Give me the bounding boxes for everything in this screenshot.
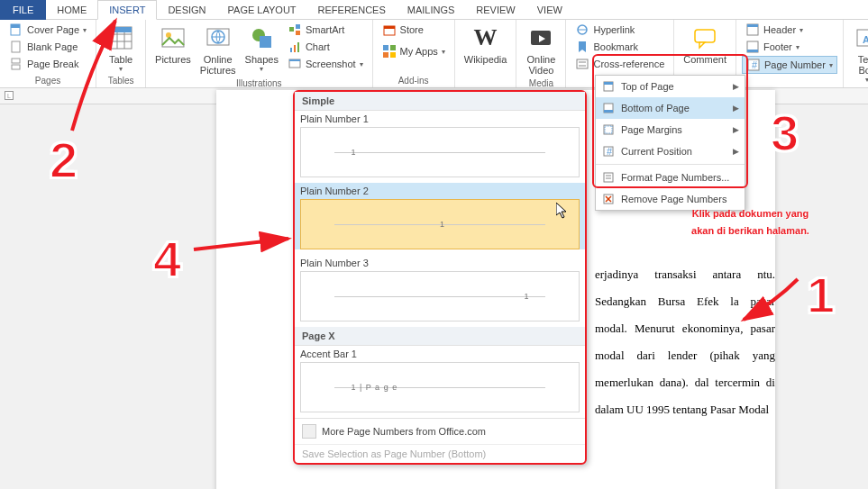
chart-label: Chart <box>306 41 330 52</box>
menu-format-page-numbers[interactable]: Format Page Numbers... <box>596 167 745 188</box>
tab-selector[interactable]: L <box>5 91 14 100</box>
online-pictures-button[interactable]: OnlinePictures <box>196 22 240 77</box>
svg-point-12 <box>166 32 171 38</box>
footer-button[interactable]: Footer ▾ <box>742 39 837 55</box>
pictures-button[interactable]: Pictures <box>151 22 195 77</box>
page-number-label: Page Number <box>764 59 826 70</box>
gallery-item-label: Plain Number 2 <box>295 183 585 199</box>
table-button[interactable]: Table▾ <box>102 22 140 75</box>
comment-icon <box>690 23 719 52</box>
tab-references[interactable]: REFERENCES <box>307 0 397 20</box>
dropdown-icon: ▾ <box>442 48 445 56</box>
gallery-item-plain1[interactable]: Plain Number 1 1 <box>295 111 585 177</box>
online-pictures-label: OnlinePictures <box>200 54 236 76</box>
textbox-label: TextBox <box>858 54 868 76</box>
svg-rect-44 <box>747 50 758 52</box>
svg-rect-57 <box>604 110 613 113</box>
comment-button[interactable]: Comment <box>680 22 730 67</box>
smartart-button[interactable]: SmartArt <box>284 22 367 38</box>
tab-pagelayout[interactable]: PAGE LAYOUT <box>217 0 307 20</box>
crossref-button[interactable]: Cross-reference <box>571 56 668 72</box>
wikipedia-icon: W <box>471 23 500 52</box>
online-pictures-icon <box>204 23 233 52</box>
tab-design[interactable]: DESIGN <box>157 0 216 20</box>
svg-rect-28 <box>383 45 388 50</box>
screenshot-button[interactable]: Screenshot ▾ <box>284 56 367 72</box>
tab-review[interactable]: REVIEW <box>465 0 525 20</box>
menu-page-margins[interactable]: Page Margins▶ <box>596 119 745 140</box>
group-text: ATextBox▾ Quick Parts ▾ AWordArt ▾ ADrop… <box>844 20 868 87</box>
menu-top-of-page[interactable]: Top of Page▶ <box>596 76 745 97</box>
menu-label: Top of Page <box>621 81 674 92</box>
menu-label: Page Margins <box>621 124 682 135</box>
store-button[interactable]: Store <box>379 22 449 38</box>
online-video-button[interactable]: OnlineVideo <box>522 22 560 77</box>
footer-icon <box>745 40 760 54</box>
svg-rect-23 <box>297 42 299 52</box>
blank-page-button[interactable]: Blank Page <box>5 39 90 55</box>
dropdown-icon: ▾ <box>83 26 87 34</box>
menu-bottom-of-page[interactable]: Bottom of Page▶ <box>596 97 745 119</box>
page-break-icon <box>9 57 23 71</box>
shapes-icon <box>247 23 276 52</box>
chart-button[interactable]: Chart <box>284 39 367 55</box>
blank-page-icon <box>9 40 23 54</box>
group-addins: Store My Apps ▾ Add-ins <box>373 20 455 87</box>
header-button[interactable]: Header ▾ <box>742 22 837 38</box>
svg-rect-42 <box>747 24 758 27</box>
margins-icon <box>601 122 616 137</box>
tab-view[interactable]: VIEW <box>526 0 573 20</box>
menu-current-position[interactable]: #Current Position▶ <box>596 140 745 162</box>
dropdown-icon: ▾ <box>119 65 123 73</box>
group-addins-label: Add-ins <box>379 75 449 87</box>
bookmark-icon <box>575 40 589 54</box>
format-icon <box>601 170 616 185</box>
gallery-item-plain2[interactable]: Plain Number 2 1 <box>295 183 585 249</box>
svg-rect-30 <box>383 52 388 58</box>
hyperlink-icon <box>575 23 589 37</box>
svg-rect-36 <box>577 59 588 68</box>
header-label: Header <box>763 24 796 35</box>
menu-label: Format Page Numbers... <box>621 172 729 183</box>
bookmark-button[interactable]: Bookmark <box>571 39 668 55</box>
dropdown-icon: ▾ <box>796 43 799 51</box>
page-break-button[interactable]: Page Break <box>5 56 90 72</box>
crossref-icon <box>575 57 589 71</box>
menu-separator <box>596 164 745 165</box>
svg-rect-27 <box>384 26 395 29</box>
bottom-page-icon <box>601 101 616 115</box>
tab-home[interactable]: HOME <box>46 0 97 20</box>
tab-file[interactable]: FILE <box>0 0 46 20</box>
gallery-item-plain3[interactable]: Plain Number 3 1 <box>295 255 585 321</box>
svg-rect-62 <box>604 173 613 182</box>
svg-rect-2 <box>12 41 20 52</box>
dropdown-icon: ▾ <box>799 26 803 34</box>
wikipedia-button[interactable]: WWikipedia <box>461 22 511 67</box>
hyperlink-button[interactable]: Hyperlink <box>571 22 668 38</box>
wikipedia-label: Wikipedia <box>464 54 507 65</box>
cover-page-button[interactable]: Cover Page ▾ <box>5 22 90 38</box>
dropdown-icon: ▾ <box>829 61 833 69</box>
group-illustrations: Pictures OnlinePictures Shapes▾ SmartArt… <box>146 20 372 87</box>
gallery-item-accent1[interactable]: Accent Bar 1 1 | P a g e <box>295 346 585 412</box>
annotation-number-3: 3 <box>771 104 799 162</box>
store-icon <box>382 23 397 37</box>
tab-mailings[interactable]: MAILINGS <box>397 0 466 20</box>
table-icon <box>106 23 135 52</box>
myapps-icon <box>382 44 397 59</box>
comment-label: Comment <box>683 54 726 65</box>
group-tables: Table▾ Tables <box>96 20 146 87</box>
mouse-cursor-icon <box>556 203 569 219</box>
myapps-button[interactable]: My Apps ▾ <box>379 43 449 59</box>
bookmark-label: Bookmark <box>593 41 638 52</box>
position-icon: # <box>601 144 616 158</box>
svg-rect-20 <box>296 31 300 35</box>
page-number-button[interactable]: #Page Number ▾ <box>742 56 837 74</box>
tab-insert[interactable]: INSERT <box>97 0 157 20</box>
textbox-button[interactable]: ATextBox▾ <box>849 22 868 86</box>
crossref-label: Cross-reference <box>593 59 664 69</box>
submenu-arrow-icon: ▶ <box>733 125 739 134</box>
gallery-more-office[interactable]: More Page Numbers from Office.com <box>295 418 585 444</box>
svg-rect-11 <box>162 29 184 47</box>
shapes-button[interactable]: Shapes▾ <box>242 22 282 77</box>
